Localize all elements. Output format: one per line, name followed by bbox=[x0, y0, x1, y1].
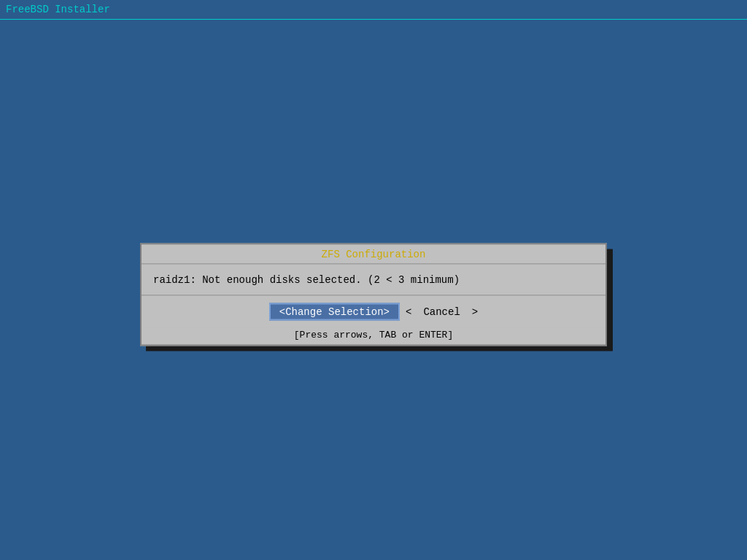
change-selection-button[interactable]: <Change Selection> bbox=[269, 303, 400, 321]
dialog-box: ZFS Configuration raidz1: Not enough dis… bbox=[140, 244, 607, 346]
dialog-message: raidz1: Not enough disks selected. (2 < … bbox=[153, 274, 460, 286]
header-bar: FreeBSD Installer bbox=[0, 0, 747, 20]
dialog-hint: [Press arrows, TAB or ENTER] bbox=[142, 328, 605, 345]
dialog-title-bar: ZFS Configuration bbox=[142, 245, 605, 265]
dialog-hint-text: [Press arrows, TAB or ENTER] bbox=[294, 330, 453, 341]
dialog-buttons-area: <Change Selection> < Cancel > bbox=[142, 296, 605, 328]
dialog-title: ZFS Configuration bbox=[322, 249, 426, 260]
left-arrow-label: < bbox=[406, 306, 411, 318]
dialog-overlay: ZFS Configuration raidz1: Not enough dis… bbox=[140, 244, 607, 346]
dialog-message-area: raidz1: Not enough disks selected. (2 < … bbox=[142, 265, 605, 296]
right-arrow-label: > bbox=[472, 306, 478, 318]
cancel-button[interactable]: Cancel bbox=[417, 305, 465, 319]
header-title: FreeBSD Installer bbox=[6, 4, 110, 15]
